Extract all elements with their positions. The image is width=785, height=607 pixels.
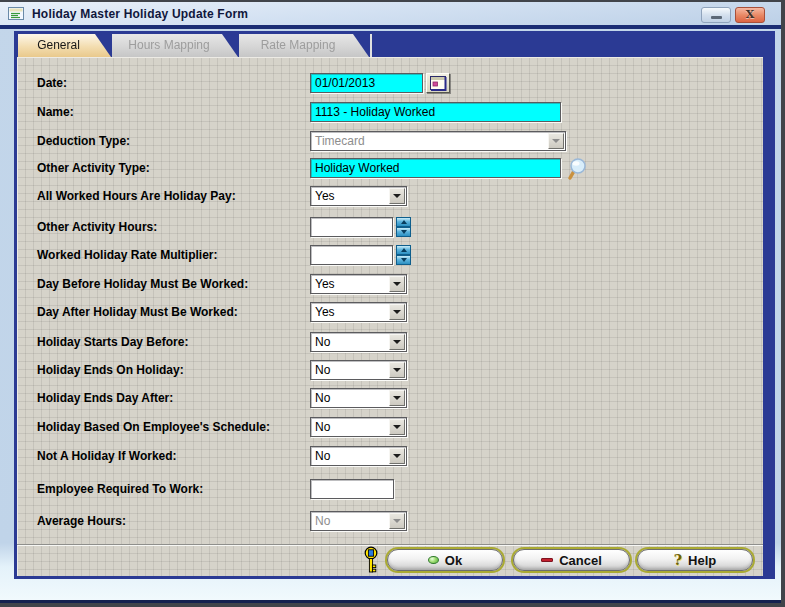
field-row-ends-day-after: Holiday Ends Day After: No <box>17 388 763 408</box>
field-label: Other Activity Type: <box>37 158 150 178</box>
ok-button[interactable]: Ok <box>387 549 503 571</box>
field-row-deduction-type: Deduction Type: Timecard <box>17 131 763 151</box>
name-value: 1113 - Holiday Worked <box>311 103 560 119</box>
field-label: Worked Holiday Rate Multiplier: <box>37 245 217 265</box>
day-before-worked-select[interactable]: Yes <box>310 274 407 294</box>
content-frame: General Hours Mapping Rate Mapping Date:… <box>14 31 775 579</box>
help-label: Help <box>688 553 716 568</box>
ends-day-after-select[interactable]: No <box>310 388 407 408</box>
field-row-name: Name: 1113 - Holiday Worked <box>17 102 763 122</box>
field-row-employee-required: Employee Required To Work: <box>17 479 763 499</box>
based-on-schedule-select[interactable]: No <box>310 417 407 437</box>
selected-value: Timecard <box>311 132 565 148</box>
chevron-down-icon[interactable] <box>389 334 405 350</box>
field-row-not-holiday-if-worked: Not A Holiday If Worked: No <box>17 446 763 466</box>
window-title: Holiday Master Holiday Update Form <box>32 7 248 21</box>
field-row-ends-on-holiday: Holiday Ends On Holiday: No <box>17 360 763 380</box>
field-row-day-before-worked: Day Before Holiday Must Be Worked: Yes <box>17 274 763 294</box>
employee-required-value <box>311 480 393 482</box>
date-value: 01/01/2013 <box>311 74 422 90</box>
other-activity-hours-spinner <box>396 217 411 238</box>
cancel-button[interactable]: Cancel <box>513 549 630 571</box>
close-icon: X <box>746 8 755 22</box>
spinner-up-icon[interactable] <box>396 217 411 227</box>
field-label: Employee Required To Work: <box>37 479 203 499</box>
average-hours-select: No <box>310 511 407 531</box>
form-icon <box>8 7 24 20</box>
button-bar-divider <box>17 544 763 546</box>
screen: Holiday Master Holiday Update Form X Gen… <box>0 0 785 607</box>
form-panel: Date: 01/01/2013 Nam <box>17 57 763 576</box>
spinner-down-icon[interactable] <box>396 227 411 237</box>
not-holiday-if-worked-select[interactable]: No <box>310 446 407 466</box>
chevron-down-icon[interactable] <box>389 304 405 320</box>
field-row-date: Date: 01/01/2013 <box>17 73 763 93</box>
other-activity-type-input[interactable]: Holiday Worked <box>310 158 561 178</box>
chevron-down-icon[interactable] <box>389 419 405 435</box>
other-activity-type-value: Holiday Worked <box>311 159 560 175</box>
field-label: Holiday Ends On Holiday: <box>37 360 184 380</box>
rate-multiplier-value <box>311 246 392 248</box>
chevron-down-icon <box>548 133 564 149</box>
field-row-starts-day-before: Holiday Starts Day Before: No <box>17 332 763 352</box>
field-row-average-hours: Average Hours: No <box>17 511 763 531</box>
rate-multiplier-input[interactable] <box>310 245 393 265</box>
spinner-up-icon[interactable] <box>396 245 411 255</box>
chevron-down-icon[interactable] <box>389 390 405 406</box>
field-label: Other Activity Hours: <box>37 217 157 237</box>
field-row-based-on-schedule: Holiday Based On Employee's Schedule: No <box>17 417 763 437</box>
help-button[interactable]: ? Help <box>637 549 753 571</box>
spinner-down-icon[interactable] <box>396 255 411 265</box>
field-label: Day Before Holiday Must Be Worked: <box>37 274 248 294</box>
chevron-down-icon[interactable] <box>389 276 405 292</box>
ends-on-holiday-select[interactable]: No <box>310 360 407 380</box>
day-after-worked-select[interactable]: Yes <box>310 302 407 322</box>
other-activity-hours-value <box>311 218 392 220</box>
tab-general[interactable]: General <box>18 34 111 57</box>
field-row-all-worked-hours: All Worked Hours Are Holiday Pay: Yes <box>17 186 763 206</box>
tab-strip-divider <box>370 34 372 57</box>
dialog-window: Holiday Master Holiday Update Form X Gen… <box>0 2 781 603</box>
field-label: Name: <box>37 102 74 122</box>
key-icon <box>363 546 379 578</box>
calendar-icon <box>430 76 447 91</box>
name-input[interactable]: 1113 - Holiday Worked <box>310 102 561 122</box>
chevron-down-icon[interactable] <box>389 362 405 378</box>
close-button[interactable]: X <box>735 7 765 23</box>
help-icon: ? <box>674 553 682 567</box>
chevron-down-icon <box>389 513 405 529</box>
field-row-other-activity-type: Other Activity Type: Holiday Worked <box>17 158 763 178</box>
deduction-type-select: Timecard <box>310 131 566 151</box>
all-worked-hours-select[interactable]: Yes <box>310 186 407 206</box>
field-label: Holiday Ends Day After: <box>37 388 173 408</box>
date-input[interactable]: 01/01/2013 <box>310 73 423 93</box>
field-label: All Worked Hours Are Holiday Pay: <box>37 186 236 206</box>
chevron-down-icon[interactable] <box>389 448 405 464</box>
field-label: Deduction Type: <box>37 131 130 151</box>
cancel-label: Cancel <box>559 553 602 568</box>
starts-day-before-select[interactable]: No <box>310 332 407 352</box>
rate-multiplier-spinner <box>396 245 411 266</box>
tab-hours-mapping: Hours Mapping <box>112 34 238 57</box>
field-label: Not A Holiday If Worked: <box>37 446 177 466</box>
title-bar: Holiday Master Holiday Update Form <box>0 2 781 25</box>
field-label: Holiday Based On Employee's Schedule: <box>37 417 270 437</box>
field-row-day-after-worked: Day After Holiday Must Be Worked: Yes <box>17 302 763 322</box>
minimize-button[interactable] <box>701 7 731 23</box>
ok-label: Ok <box>445 553 462 568</box>
window-bottom-edge <box>0 600 781 603</box>
calendar-button[interactable] <box>426 73 450 93</box>
tab-label: Rate Mapping <box>261 38 336 52</box>
field-label: Day After Holiday Must Be Worked: <box>37 302 238 322</box>
lookup-button[interactable] <box>565 157 589 181</box>
ok-icon <box>428 556 439 564</box>
field-label: Average Hours: <box>37 511 126 531</box>
other-activity-hours-input[interactable] <box>310 217 393 237</box>
field-row-other-activity-hours: Other Activity Hours: <box>17 217 763 237</box>
employee-required-input[interactable] <box>310 479 394 499</box>
titlebar-divider <box>0 25 781 29</box>
field-label: Date: <box>37 73 67 93</box>
chevron-down-icon[interactable] <box>389 188 405 204</box>
field-label: Holiday Starts Day Before: <box>37 332 188 352</box>
tab-label: General <box>37 38 80 52</box>
